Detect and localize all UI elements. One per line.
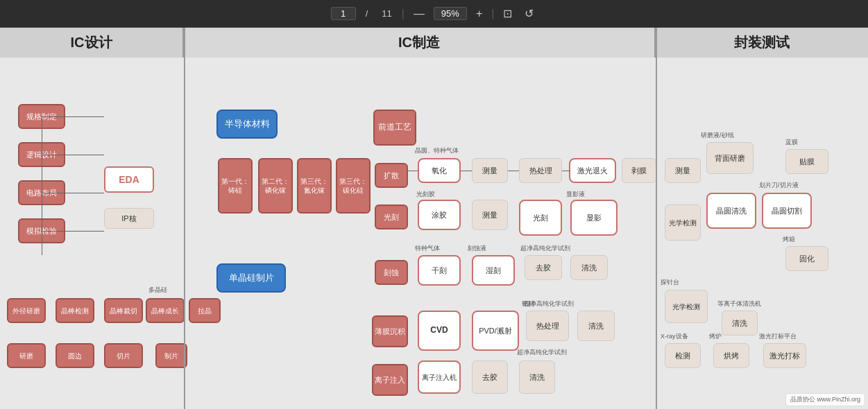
node-die-attach: 贴膜	[785, 149, 828, 174]
node-laser-anneal: 激光退火	[569, 158, 616, 183]
node-crystal-grow: 晶棒成长	[146, 298, 185, 323]
node-clean4: 清洗	[722, 311, 758, 336]
node-diffusion: 扩散	[375, 163, 408, 188]
arrow-logic-h	[42, 155, 104, 155]
node-detect: 检测	[665, 343, 701, 368]
node-front-process: 前道工艺	[373, 110, 416, 146]
arrow-mfg2	[461, 171, 472, 171]
node-measure-litho: 测量	[472, 200, 508, 230]
label-laser-platform: 激光打标平台	[759, 333, 797, 340]
node-gen3-sic: 第三代：碳化硅	[336, 158, 371, 214]
zoom-out-button[interactable]: —	[410, 6, 428, 21]
node-deresist1: 去胶	[525, 255, 562, 280]
node-ip: IP核	[104, 208, 154, 229]
node-bake: 烘烤	[713, 343, 749, 368]
node-wet-etch: 湿刻	[472, 255, 515, 286]
node-gen1: 第一代：铸硅	[218, 158, 253, 214]
node-ion-implant: 离子注入	[372, 364, 408, 396]
label-developer: 显影液	[566, 191, 585, 198]
node-dry-etch: 干刻	[418, 255, 461, 286]
node-litho-expose: 光刻	[519, 200, 562, 236]
node-pvd: PVD/溅射	[472, 311, 519, 351]
divider2: |	[491, 8, 494, 20]
page-total: 11	[377, 7, 395, 20]
arrow-layout-h	[42, 193, 104, 193]
label-crystal-gas: 晶圆、特种气体	[415, 147, 459, 155]
arrow-design-v	[42, 116, 42, 255]
node-outer-grind: 外径研磨	[7, 298, 46, 323]
node-heat1: 热处理	[519, 158, 562, 183]
node-slice: 切片	[104, 343, 143, 368]
node-lithography: 光刻	[375, 204, 408, 229]
section-ic-design: IC设计	[0, 28, 184, 58]
label-probe-table: 探针台	[661, 279, 679, 286]
arrow-mfg3	[508, 171, 519, 171]
zoom-input[interactable]: 95%	[434, 7, 467, 20]
node-crystal-inspect: 晶棒检测	[56, 298, 94, 323]
node-photoresist: 涂胶	[418, 200, 461, 230]
node-etch: 刻蚀	[375, 260, 408, 285]
node-heat2: 热处理	[526, 311, 569, 341]
label-ultraclean1: 超净高纯化学试剂	[520, 245, 570, 252]
label-blade-liquid: 划片刀/切片液	[759, 182, 799, 189]
toolbar: 1 / 11 | — 95% + | ⊡ ↺	[0, 0, 868, 28]
label-ultraclean2: 超净高纯化学试剂	[524, 300, 574, 308]
node-crystal-cut: 晶棒裁切	[104, 298, 143, 323]
border-ic-manu	[656, 28, 657, 409]
arrow-mfg1	[408, 171, 418, 171]
label-clean-machine: 等离子体清洗机	[717, 300, 761, 308]
page-separator: /	[361, 7, 373, 20]
rotate-button[interactable]: ↺	[521, 6, 537, 21]
node-solidify: 固化	[785, 246, 828, 271]
label-blue-film: 蓝膜	[785, 139, 798, 146]
node-wafer-clean: 晶圆清洗	[706, 193, 756, 229]
label-photoresist: 光刻胶	[416, 191, 435, 198]
arrow-spec-h	[42, 116, 104, 117]
label-poly: 多晶硅	[148, 286, 167, 294]
node-clean3: 清洗	[519, 360, 555, 394]
zoom-in-button[interactable]: +	[473, 6, 486, 21]
node-gen3-gan: 第三代：氮化镓	[297, 158, 332, 214]
node-eda: EDA	[104, 166, 154, 193]
label-etchant: 刻蚀液	[468, 245, 486, 252]
node-ion-machine: 离子注入机	[418, 360, 461, 394]
node-gen2: 第二代：磷化镓	[258, 158, 293, 214]
watermark: 品质协公 www.PinZhi.org	[785, 393, 865, 406]
divider1: |	[402, 8, 405, 20]
node-make: 制片	[155, 343, 187, 368]
node-optical-check: 光学检测	[665, 204, 701, 241]
page-input[interactable]: 1	[331, 7, 356, 20]
label-grind-liquid: 研磨液/砂纸	[701, 132, 734, 139]
label-special-gas1: 特种气体	[415, 245, 440, 252]
node-semiconductor: 半导体材料	[216, 110, 278, 139]
section-package-test: 封装测试	[656, 28, 868, 58]
node-clean2: 清洗	[577, 311, 615, 341]
node-thin-film: 薄膜沉积	[372, 315, 408, 347]
node-pull: 拉晶	[189, 298, 221, 323]
node-grind: 研磨	[7, 343, 46, 368]
node-back-grind: 背面研磨	[706, 142, 754, 174]
node-round: 圆边	[56, 343, 94, 368]
node-clean1: 清洗	[570, 255, 608, 280]
diagram-area: IC设计 IC制造 封装测试 规格制定 逻辑设计 电路布局 模拟检验 EDA I…	[0, 28, 868, 409]
label-ultraclean3: 超净高纯化学试剂	[517, 349, 567, 356]
arrow-mfg4	[562, 171, 570, 171]
node-single-crystal: 单晶硅制片	[216, 263, 286, 293]
node-cvd: CVD	[418, 311, 461, 351]
node-deresist2: 去胶	[472, 360, 508, 394]
node-oxidize: 氧化	[418, 158, 461, 183]
fit-button[interactable]: ⊡	[500, 6, 516, 21]
border-ic-design	[184, 28, 185, 409]
node-optical-check2: 光学检测	[665, 290, 708, 323]
node-strip: 剥膜	[622, 158, 656, 183]
label-oven2: 烤炉	[709, 333, 722, 340]
label-xray: X-ray设备	[661, 333, 688, 340]
node-measure-diff: 测量	[472, 158, 508, 183]
node-develop: 显影	[570, 200, 618, 236]
section-ic-manufacture: IC制造	[184, 28, 656, 58]
node-wafer-cut: 晶圆切割	[762, 193, 812, 229]
node-pkg-measure: 测量	[665, 158, 701, 183]
label-oven: 烤箱	[783, 236, 795, 243]
arrow-sim-h	[42, 231, 104, 232]
node-laser-mark: 激光打标	[763, 343, 806, 368]
